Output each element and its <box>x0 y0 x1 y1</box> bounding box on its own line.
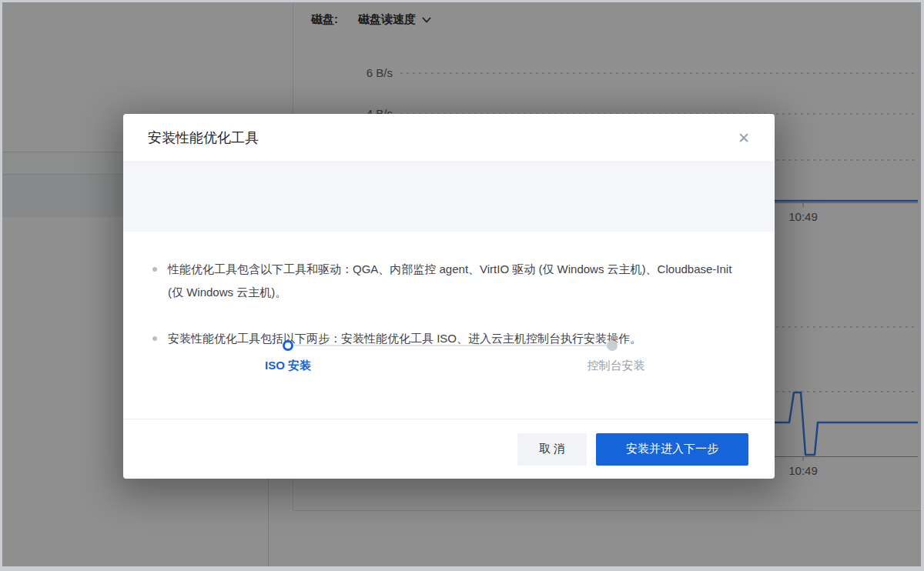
install-tools-dialog: 安装性能优化工具 ✕ ISO 安装 控制台安装 性能优化工具包含以下工具和驱动：… <box>123 114 775 479</box>
cancel-button[interactable]: 取 消 <box>517 433 587 466</box>
window-frame <box>0 0 2 571</box>
step-dot-iso <box>283 340 293 351</box>
dialog-footer: 取 消 安装并进入下一步 <box>123 419 775 479</box>
dialog-title: 安装性能优化工具 <box>148 129 735 147</box>
step-dot-console <box>607 340 618 351</box>
bullet-text: 安装性能优化工具包括以下两步：安装性能优化工具 ISO、进入云主机控制台执行安装… <box>168 327 641 350</box>
window-frame <box>921 0 924 571</box>
bullet-item: 性能优化工具包含以下工具和驱动：QGA、内部监控 agent、VirtIO 驱动… <box>151 258 738 304</box>
stepper-connector <box>294 345 607 346</box>
dialog-header: 安装性能优化工具 ✕ <box>123 114 775 162</box>
window-frame <box>0 0 924 2</box>
close-icon[interactable]: ✕ <box>735 128 753 149</box>
bullet-text: 性能优化工具包含以下工具和驱动：QGA、内部监控 agent、VirtIO 驱动… <box>168 258 738 304</box>
bullet-icon <box>152 336 157 341</box>
bullet-item: 安装性能优化工具包括以下两步：安装性能优化工具 ISO、进入云主机控制台执行安装… <box>151 327 738 350</box>
install-stepper: ISO 安装 控制台安装 <box>123 162 775 232</box>
step-label-iso: ISO 安装 <box>265 359 311 373</box>
step-label-console: 控制台安装 <box>588 359 645 373</box>
bullet-icon <box>152 267 157 272</box>
window-frame <box>0 566 924 571</box>
install-next-step-button[interactable]: 安装并进入下一步 <box>596 433 748 466</box>
dialog-body: 性能优化工具包含以下工具和驱动：QGA、内部监控 agent、VirtIO 驱动… <box>123 232 775 419</box>
